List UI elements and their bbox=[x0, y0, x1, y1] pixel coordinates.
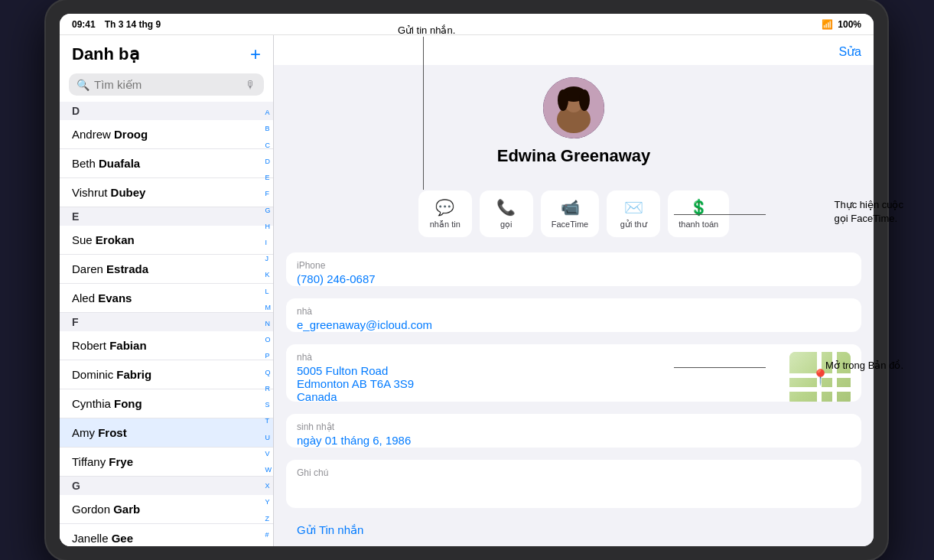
address-text: nhà 5005 Fulton Road Edmonton AB T6A 3S9… bbox=[297, 352, 782, 402]
message-label: nhắn tin bbox=[430, 220, 460, 230]
search-bar[interactable]: 🔍 🎙 bbox=[69, 73, 264, 96]
email-section: nhà e_greenaway@icloud.com bbox=[286, 298, 861, 332]
notes-label: Ghi chú bbox=[297, 467, 851, 478]
alpha-a[interactable]: A bbox=[265, 109, 272, 117]
detail-panel: Sửa bbox=[274, 35, 874, 546]
search-icon: 🔍 bbox=[76, 79, 89, 91]
list-item[interactable]: Vishrut Dubey bbox=[60, 178, 273, 207]
map-thumbnail[interactable]: 📍 bbox=[789, 352, 851, 402]
email-label: nhà bbox=[297, 306, 851, 317]
status-bar: 09:41 Th 3 14 thg 9 📶 100% bbox=[60, 14, 874, 35]
email-value[interactable]: e_greenaway@icloud.com bbox=[297, 318, 851, 331]
search-input[interactable] bbox=[94, 78, 241, 91]
list-item[interactable]: Robert Fabian bbox=[60, 331, 273, 360]
email-action-button[interactable]: ✉️ gửi thư bbox=[607, 190, 660, 237]
svg-point-6 bbox=[579, 90, 590, 111]
action-buttons: 💬 nhắn tin 📞 gọi 📹 FaceTime ✉️ bbox=[274, 184, 874, 246]
alpha-x[interactable]: X bbox=[265, 482, 272, 490]
main-content: Danh bạ + 🔍 🎙 D Andrew Droog Beth Duafal… bbox=[60, 35, 874, 546]
address-line1: 5005 Fulton Road bbox=[297, 364, 782, 377]
list-item[interactable]: Daren Estrada bbox=[60, 255, 273, 284]
message-icon: 💬 bbox=[435, 198, 454, 217]
status-right: 📶 100% bbox=[822, 19, 861, 30]
alpha-m[interactable]: M bbox=[265, 304, 272, 312]
avatar bbox=[543, 77, 604, 138]
alpha-y[interactable]: Y bbox=[265, 498, 272, 506]
alpha-hash[interactable]: # bbox=[265, 531, 272, 539]
notes-value bbox=[297, 480, 851, 508]
notes-section: Ghi chú bbox=[286, 460, 861, 508]
date: Th 3 14 thg 9 bbox=[105, 19, 161, 30]
address-row[interactable]: nhà 5005 Fulton Road Edmonton AB T6A 3S9… bbox=[286, 344, 861, 402]
contacts-list: D Andrew Droog Beth Duafala Vishrut Dube… bbox=[60, 102, 273, 546]
alpha-w[interactable]: W bbox=[265, 466, 272, 474]
list-item[interactable]: Aled Evans bbox=[60, 284, 273, 313]
pay-action-button[interactable]: 💲 thanh toán bbox=[668, 190, 729, 237]
alpha-e[interactable]: E bbox=[265, 174, 272, 182]
alpha-u[interactable]: U bbox=[265, 434, 272, 442]
call-label: gọi bbox=[500, 220, 513, 230]
alpha-i[interactable]: I bbox=[265, 239, 272, 247]
alpha-p[interactable]: P bbox=[265, 352, 272, 360]
list-item[interactable]: Beth Duafala bbox=[60, 149, 273, 178]
list-item[interactable]: Andrew Droog bbox=[60, 120, 273, 149]
call-icon: 📞 bbox=[496, 198, 516, 217]
list-item[interactable]: Sue Erokan bbox=[60, 226, 273, 255]
alpha-l[interactable]: L bbox=[265, 288, 272, 296]
alpha-d[interactable]: D bbox=[265, 158, 272, 166]
list-item[interactable]: Tiffany Frye bbox=[60, 448, 273, 477]
email-row[interactable]: nhà e_greenaway@icloud.com bbox=[286, 298, 861, 332]
wifi-icon: 📶 bbox=[822, 19, 833, 30]
list-item[interactable]: Cynthia Fong bbox=[60, 389, 273, 418]
phone-value[interactable]: (780) 246-0687 bbox=[297, 272, 851, 285]
address-line3: Canada bbox=[297, 390, 782, 402]
edit-button[interactable]: Sửa bbox=[838, 44, 861, 59]
facetime-action-button[interactable]: 📹 FaceTime bbox=[541, 190, 600, 237]
detail-header: Sửa bbox=[274, 35, 874, 65]
call-action-button[interactable]: 📞 gọi bbox=[480, 190, 533, 237]
list-item[interactable]: Janelle Gee bbox=[60, 524, 273, 546]
microphone-icon[interactable]: 🎙 bbox=[246, 79, 256, 91]
phone-row[interactable]: iPhone (780) 246-0687 bbox=[286, 252, 861, 286]
time: 09:41 bbox=[72, 19, 96, 30]
section-header-e: E bbox=[60, 207, 273, 226]
alpha-c[interactable]: C bbox=[265, 142, 272, 150]
alpha-z[interactable]: Z bbox=[265, 515, 272, 523]
avatar-image bbox=[543, 77, 604, 138]
message-action-button[interactable]: 💬 nhắn tin bbox=[418, 190, 472, 237]
birthday-label: sinh nhật bbox=[297, 422, 851, 432]
birthday-section: sinh nhật ngày 01 tháng 6, 1986 bbox=[286, 414, 861, 448]
notes-row: Ghi chú bbox=[286, 460, 861, 508]
alpha-t[interactable]: T bbox=[265, 417, 272, 425]
address-section: nhà 5005 Fulton Road Edmonton AB T6A 3S9… bbox=[286, 344, 861, 402]
add-contact-button[interactable]: + bbox=[250, 45, 261, 63]
alpha-s[interactable]: S bbox=[265, 401, 272, 409]
facetime-label: FaceTime bbox=[552, 220, 589, 229]
alpha-h[interactable]: H bbox=[265, 223, 272, 231]
list-item[interactable]: Dominic Fabrig bbox=[60, 360, 273, 389]
sidebar: Danh bạ + 🔍 🎙 D Andrew Droog Beth Duafal… bbox=[60, 35, 274, 546]
alpha-q[interactable]: Q bbox=[265, 369, 272, 377]
send-message-link[interactable]: Gửi Tin nhắn bbox=[274, 514, 874, 546]
phone-section: iPhone (780) 246-0687 bbox=[286, 252, 861, 286]
alpha-v[interactable]: V bbox=[265, 450, 272, 458]
alpha-b[interactable]: B bbox=[265, 125, 272, 133]
alpha-r[interactable]: R bbox=[265, 385, 272, 393]
sidebar-title: Danh bạ bbox=[72, 44, 139, 64]
alpha-n[interactable]: N bbox=[265, 320, 272, 328]
alpha-f[interactable]: F bbox=[265, 190, 272, 198]
birthday-value: ngày 01 tháng 6, 1986 bbox=[297, 434, 851, 447]
map-image: 📍 bbox=[789, 352, 851, 402]
section-header-f: F bbox=[60, 313, 273, 331]
section-header-g: G bbox=[60, 477, 273, 495]
list-item[interactable]: Gordon Garb bbox=[60, 495, 273, 524]
list-item-amy-frost[interactable]: Amy Frost bbox=[60, 418, 273, 448]
alpha-g[interactable]: G bbox=[265, 207, 272, 215]
address-label: nhà bbox=[297, 352, 782, 363]
facetime-icon: 📹 bbox=[561, 198, 580, 217]
alpha-k[interactable]: K bbox=[265, 271, 272, 279]
section-header-d: D bbox=[60, 102, 273, 120]
birthday-row: sinh nhật ngày 01 tháng 6, 1986 bbox=[286, 414, 861, 448]
alpha-j[interactable]: J bbox=[265, 255, 272, 263]
alpha-o[interactable]: O bbox=[265, 336, 272, 344]
